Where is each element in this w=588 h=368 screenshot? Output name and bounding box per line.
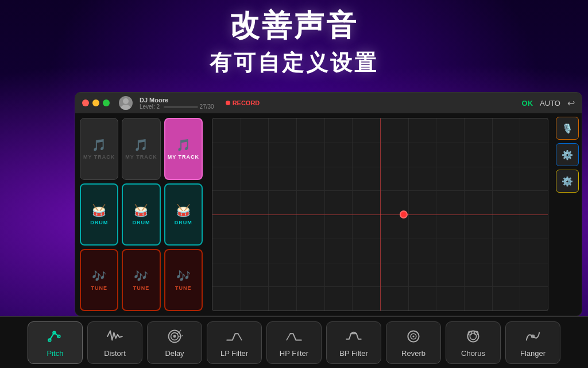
ok-button[interactable]: OK: [522, 99, 533, 108]
user-name: DJ Moore: [140, 97, 214, 103]
level-bar: [164, 106, 198, 108]
svg-point-9: [173, 335, 176, 338]
user-info: DJ Moore Level: 2 27/30: [140, 97, 214, 110]
effect-chorus[interactable]: Chorus: [446, 321, 501, 364]
svg-point-16: [470, 333, 476, 339]
reverb-icon: [404, 327, 423, 346]
pad-drum-1[interactable]: 🥁 DRUM: [80, 183, 118, 246]
svg-point-1: [121, 105, 131, 110]
effect-lp-filter[interactable]: LP Filter: [207, 321, 262, 364]
drum-icon: 🥁: [92, 204, 106, 217]
music-note-icon: 🎵: [176, 138, 191, 152]
chorus-label: Chorus: [461, 349, 485, 358]
effect-reverb[interactable]: Reverb: [386, 321, 441, 364]
lp-filter-icon: [225, 327, 243, 346]
reverb-label: Reverb: [401, 349, 425, 358]
svg-point-0: [123, 98, 129, 104]
effect-distort[interactable]: Distort: [87, 321, 142, 364]
tune-icon: 🎶: [92, 269, 106, 283]
hp-filter-label: HP Filter: [280, 349, 308, 358]
tune-icon: 🎶: [176, 269, 191, 283]
title-area: 改善声音 有可自定义设置: [0, 6, 588, 78]
pad-drum-2[interactable]: 🥁 DRUM: [122, 183, 160, 246]
flanger-label: Flanger: [520, 349, 546, 358]
bp-filter-icon: [345, 327, 363, 346]
svg-line-11: [287, 334, 290, 340]
pad-tune-3[interactable]: 🎶 TUNE: [164, 249, 203, 311]
pad-grid: 🎵 MY TRACK 🎵 MY TRACK 🎵 MY TRACK 🥁 DRUM …: [75, 113, 207, 316]
effects-bar: Pitch Distort Delay LP Filter: [0, 316, 588, 368]
right-panel: 🎙️ ⚙️ ⚙️: [553, 113, 582, 316]
pad-my-track-3[interactable]: 🎵 MY TRACK: [164, 118, 203, 180]
title-line2: 有可自定义设置: [0, 48, 588, 78]
delay-icon: [165, 327, 184, 346]
effect-pitch[interactable]: Pitch: [28, 321, 83, 364]
effect-bp-filter[interactable]: BP Filter: [326, 321, 381, 364]
pad-tune-2[interactable]: 🎶 TUNE: [122, 249, 160, 311]
pad-my-track-2[interactable]: 🎵 MY TRACK: [122, 118, 160, 180]
hp-filter-icon: [285, 327, 303, 346]
pitch-icon: [46, 327, 64, 346]
pad-my-track-1[interactable]: 🎵 MY TRACK: [80, 118, 118, 180]
right-btn-mic[interactable]: 🎙️: [556, 117, 579, 140]
bp-filter-label: BP Filter: [339, 349, 368, 358]
record-dot-icon: [226, 101, 230, 105]
title-bar: DJ Moore Level: 2 27/30 RECORD OK AUTO ↩: [75, 93, 582, 113]
title-line1: 改善声音: [0, 6, 588, 46]
maximize-button[interactable]: [103, 99, 110, 106]
svg-line-3: [54, 333, 59, 336]
music-note-icon: 🎵: [134, 138, 148, 152]
xy-pad[interactable]: [212, 118, 548, 311]
distort-label: Distort: [104, 349, 126, 358]
distort-icon: [106, 327, 124, 346]
svg-point-15: [467, 331, 478, 342]
app-window: DJ Moore Level: 2 27/30 RECORD OK AUTO ↩…: [75, 92, 582, 316]
auto-button[interactable]: AUTO: [540, 99, 560, 108]
effect-hp-filter[interactable]: HP Filter: [266, 321, 322, 364]
minimize-button[interactable]: [92, 99, 99, 106]
right-btn-effects[interactable]: ⚙️: [556, 143, 579, 166]
drum-icon: 🥁: [134, 204, 148, 217]
xy-center-vertical: [380, 118, 381, 310]
close-button[interactable]: [82, 99, 89, 106]
record-button[interactable]: RECORD: [226, 99, 260, 106]
effect-delay[interactable]: Delay: [147, 321, 202, 364]
user-level: Level: 2 27/30: [140, 103, 214, 110]
music-note-icon: 🎵: [92, 138, 106, 152]
xy-cursor[interactable]: [400, 210, 408, 218]
chorus-icon: [464, 327, 482, 346]
lp-filter-label: LP Filter: [220, 349, 248, 358]
svg-point-14: [412, 335, 414, 337]
flanger-icon: [524, 327, 542, 346]
title-bar-right: OK AUTO ↩: [522, 98, 575, 109]
effect-flanger[interactable]: Flanger: [505, 321, 560, 364]
traffic-lights: [82, 99, 110, 106]
xy-pad-area[interactable]: [207, 113, 553, 316]
pad-drum-3[interactable]: 🥁 DRUM: [164, 183, 203, 246]
tune-icon: 🎶: [134, 269, 148, 283]
main-content: 🎵 MY TRACK 🎵 MY TRACK 🎵 MY TRACK 🥁 DRUM …: [75, 113, 582, 316]
undo-icon[interactable]: ↩: [567, 98, 575, 109]
pad-tune-1[interactable]: 🎶 TUNE: [80, 249, 118, 311]
right-btn-settings[interactable]: ⚙️: [556, 170, 579, 193]
delay-label: Delay: [165, 349, 184, 358]
drum-icon: 🥁: [176, 204, 191, 217]
avatar: [119, 96, 133, 110]
svg-line-10: [238, 334, 241, 340]
pitch-label: Pitch: [47, 349, 64, 358]
